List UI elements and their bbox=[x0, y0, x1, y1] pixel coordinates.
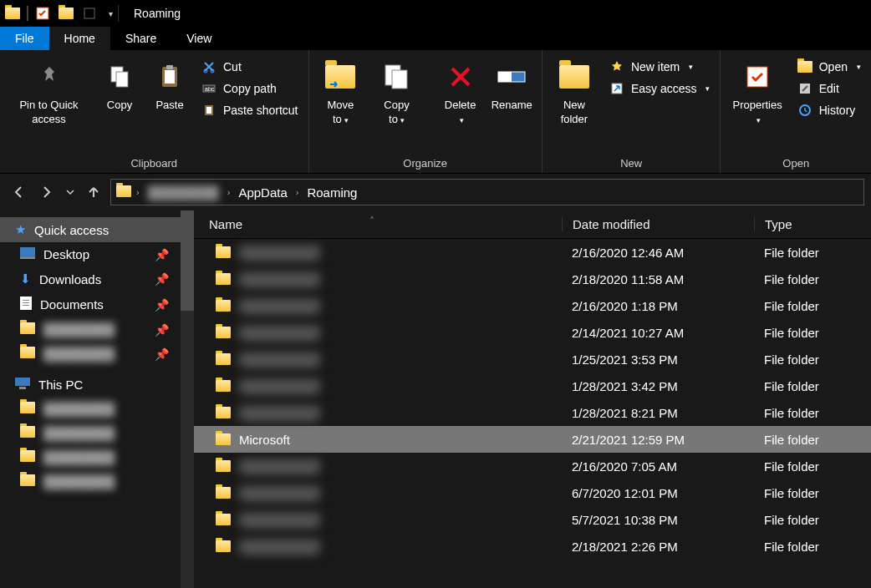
sidebar-quick-access[interactable]: ★ Quick access bbox=[0, 217, 194, 242]
recent-locations-button[interactable] bbox=[64, 180, 77, 204]
paste-shortcut-button[interactable]: Paste shortcut bbox=[196, 100, 303, 120]
qat-customize-icon[interactable]: ▾ bbox=[109, 9, 113, 18]
back-button[interactable] bbox=[7, 180, 30, 204]
pin-icon: 📌 bbox=[155, 272, 169, 286]
tab-file[interactable]: File bbox=[0, 27, 49, 50]
svg-rect-24 bbox=[23, 300, 29, 301]
file-date: 2/18/2021 2:26 PM bbox=[562, 540, 754, 554]
table-row[interactable]: ████████2/16/2020 12:46 AMFile folder bbox=[194, 239, 871, 266]
breadcrumb-user[interactable]: ████████ bbox=[145, 185, 222, 200]
ribbon-group-clipboard: Pin to Quick access Copy Paste Cut bbox=[0, 50, 309, 173]
table-row[interactable]: ████████2/14/2021 10:27 AMFile folder bbox=[194, 319, 871, 346]
sidebar-item-blurred[interactable]: ████████ bbox=[0, 469, 194, 494]
edit-label: Edit bbox=[819, 82, 839, 95]
copy-path-button[interactable]: abc Copy path bbox=[196, 79, 303, 99]
file-name: ████████ bbox=[239, 406, 320, 420]
svg-rect-26 bbox=[23, 305, 29, 306]
chevron-right-icon[interactable]: › bbox=[294, 187, 301, 197]
copy-icon bbox=[106, 57, 133, 97]
column-date[interactable]: Date modified bbox=[562, 217, 754, 231]
svg-rect-27 bbox=[15, 378, 30, 386]
breadcrumb-appdata[interactable]: AppData bbox=[235, 185, 290, 200]
documents-icon bbox=[20, 297, 32, 312]
move-to-button[interactable]: Move to▾ bbox=[314, 53, 368, 130]
easy-access-button[interactable]: Easy access▾ bbox=[604, 79, 716, 99]
open-button[interactable]: Open▾ bbox=[792, 57, 866, 77]
history-button[interactable]: History bbox=[792, 100, 866, 120]
table-row[interactable]: ████████1/25/2021 3:53 PMFile folder bbox=[194, 346, 871, 373]
sidebar-downloads[interactable]: ⬇ Downloads 📌 bbox=[0, 266, 194, 291]
sidebar-item-blurred[interactable]: ████████ 📌 bbox=[0, 317, 194, 342]
copy-path-icon: abc bbox=[201, 81, 216, 96]
scrollbar-thumb[interactable] bbox=[181, 210, 194, 311]
column-type[interactable]: Type bbox=[754, 217, 871, 231]
qat-newfolder-icon[interactable] bbox=[57, 4, 75, 23]
new-folder-button[interactable]: New folder bbox=[548, 53, 601, 130]
qat-properties-icon[interactable] bbox=[33, 4, 52, 23]
sidebar-scrollbar[interactable] bbox=[181, 210, 194, 588]
table-row[interactable]: Microsoft2/21/2021 12:59 PMFile folder bbox=[194, 426, 871, 453]
table-row[interactable]: ████████2/18/2021 2:26 PMFile folder bbox=[194, 533, 871, 560]
titlebar: ▾ Roaming bbox=[0, 0, 871, 27]
address-bar[interactable]: › ████████ › AppData › Roaming bbox=[110, 179, 864, 205]
file-name: Microsoft bbox=[239, 433, 290, 447]
sidebar-this-pc[interactable]: This PC bbox=[0, 373, 194, 397]
cut-button[interactable]: Cut bbox=[196, 57, 303, 77]
sidebar-item-blurred[interactable]: ████████ bbox=[0, 397, 194, 421]
copy-to-button[interactable]: Copy to▾ bbox=[370, 53, 423, 130]
file-type: File folder bbox=[754, 406, 871, 420]
this-pc-icon bbox=[15, 378, 30, 392]
properties-button[interactable]: Properties▾ bbox=[726, 53, 788, 130]
forward-button[interactable] bbox=[35, 180, 59, 204]
folder-icon bbox=[20, 322, 35, 337]
table-row[interactable]: ████████1/28/2021 3:42 PMFile folder bbox=[194, 373, 871, 399]
tab-home[interactable]: Home bbox=[49, 27, 110, 50]
up-button[interactable] bbox=[82, 180, 105, 204]
table-row[interactable]: ████████2/16/2020 7:05 AMFile folder bbox=[194, 453, 871, 479]
properties-icon bbox=[744, 57, 771, 97]
svg-rect-14 bbox=[392, 70, 407, 89]
sidebar-item-blurred[interactable]: ████████ bbox=[0, 421, 194, 445]
file-date: 2/16/2020 1:18 PM bbox=[562, 299, 754, 313]
copy-button[interactable]: Copy bbox=[96, 53, 143, 116]
rename-button[interactable]: Rename bbox=[487, 53, 537, 116]
downloads-icon: ⬇ bbox=[20, 271, 31, 286]
folder-icon bbox=[216, 273, 231, 285]
tab-share[interactable]: Share bbox=[110, 27, 171, 50]
file-type: File folder bbox=[754, 486, 871, 500]
history-icon bbox=[797, 103, 812, 118]
rows-container: ████████2/16/2020 12:46 AMFile folder███… bbox=[194, 239, 871, 560]
new-item-icon bbox=[609, 59, 624, 74]
breadcrumb-roaming[interactable]: Roaming bbox=[303, 185, 360, 200]
sidebar-documents[interactable]: Documents 📌 bbox=[0, 291, 194, 317]
pin-icon: 📌 bbox=[155, 323, 169, 337]
folder-icon bbox=[216, 327, 231, 338]
table-row[interactable]: ████████2/18/2020 11:58 AMFile folder bbox=[194, 266, 871, 292]
move-to-label: Move to bbox=[327, 99, 354, 125]
table-row[interactable]: ████████6/7/2020 12:01 PMFile folder bbox=[194, 479, 871, 506]
table-row[interactable]: ████████2/16/2020 1:18 PMFile folder bbox=[194, 292, 871, 319]
new-item-button[interactable]: New item▾ bbox=[604, 57, 716, 77]
tab-view[interactable]: View bbox=[171, 27, 227, 50]
paste-button[interactable]: Paste bbox=[146, 53, 193, 116]
chevron-right-icon[interactable]: › bbox=[226, 187, 232, 197]
pin-to-quick-access-button[interactable]: Pin to Quick access bbox=[5, 53, 93, 130]
table-row[interactable]: ████████1/28/2021 8:21 PMFile folder bbox=[194, 399, 871, 426]
copy-to-icon bbox=[382, 57, 412, 97]
file-name: ████████ bbox=[239, 246, 320, 260]
edit-button[interactable]: Edit bbox=[792, 79, 866, 99]
easy-access-icon bbox=[609, 81, 624, 96]
sort-indicator-icon: ˄ bbox=[369, 215, 374, 227]
sidebar-item-blurred[interactable]: ████████ 📌 bbox=[0, 342, 194, 366]
delete-label: Delete bbox=[445, 99, 476, 111]
file-type: File folder bbox=[754, 326, 871, 340]
sidebar-desktop[interactable]: Desktop 📌 bbox=[0, 242, 194, 266]
file-type: File folder bbox=[754, 540, 871, 554]
qat-undo-icon[interactable] bbox=[80, 4, 99, 23]
cut-icon bbox=[201, 59, 216, 74]
delete-button[interactable]: Delete▾ bbox=[437, 53, 484, 130]
chevron-right-icon[interactable]: › bbox=[135, 187, 141, 197]
table-row[interactable]: ████████5/7/2021 10:38 PMFile folder bbox=[194, 506, 871, 533]
sidebar-item-blurred[interactable]: ████████ bbox=[0, 445, 194, 469]
column-name[interactable]: Name ˄ bbox=[194, 217, 562, 231]
